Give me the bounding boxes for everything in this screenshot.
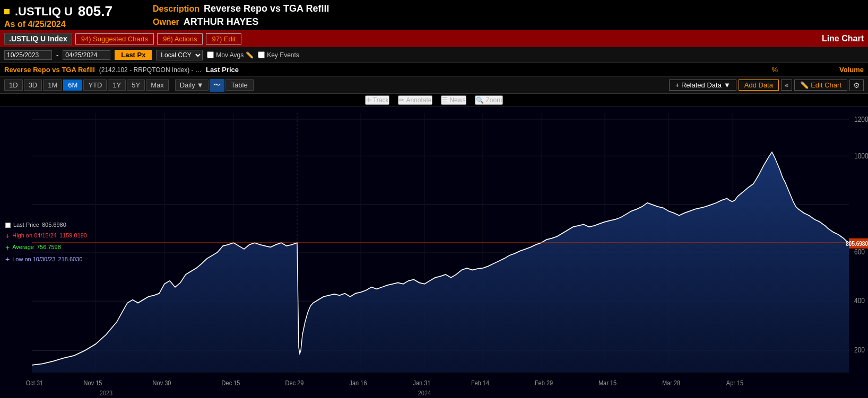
pencil-edit-icon: ✏️ <box>800 81 809 89</box>
legend-last-price-label: Last Price <box>13 220 39 230</box>
svg-text:Dec 29: Dec 29 <box>285 379 304 387</box>
svg-text:Jan 31: Jan 31 <box>413 379 431 387</box>
svg-text:Dec 15: Dec 15 <box>222 379 240 387</box>
ticker-indicator <box>4 9 10 14</box>
legend-low-value: 218.6030 <box>58 255 83 264</box>
suggested-charts-button[interactable]: 94) Suggested Charts <box>75 33 154 45</box>
svg-text:1000: 1000 <box>854 152 868 160</box>
zoom-button[interactable]: 🔍 Zoom <box>475 95 503 105</box>
edit-chart-label: Edit Chart <box>811 81 841 89</box>
chart-subtitle-pct: % <box>771 66 778 74</box>
chart-svg: 1200 1000 600 400 200 <box>0 107 868 398</box>
key-events-group: Key Events <box>258 51 299 59</box>
table-button[interactable]: Table <box>225 79 254 91</box>
collapse-button[interactable]: « <box>781 79 792 91</box>
nav-bar: .USTLIQ U Index 94) Suggested Charts 96)… <box>0 30 868 47</box>
chart-subtitle-detail: (2142.102 - RRPQTOON Index) - … <box>99 66 202 74</box>
legend-avg-value: 756.7598 <box>37 243 61 252</box>
track-label: Track <box>373 96 389 104</box>
zoom-label: Zoom <box>485 96 502 104</box>
svg-text:Nov 15: Nov 15 <box>84 379 102 387</box>
dropdown-icon: ▼ <box>197 81 204 89</box>
svg-text:Oct 31: Oct 31 <box>26 379 44 387</box>
legend-last-price-box <box>5 223 11 228</box>
svg-text:Mar 28: Mar 28 <box>662 379 680 387</box>
period-ytd-button[interactable]: YTD <box>83 79 107 91</box>
start-date-input[interactable] <box>4 50 52 60</box>
related-data-label: Related Data <box>681 81 722 89</box>
chart-legend: Last Price 805.6980 + High on 04/15/24 1… <box>5 220 87 266</box>
chart-subtitle-volume: Volume <box>839 66 864 74</box>
chart-area: Last Price 805.6980 + High on 04/15/24 1… <box>0 107 868 398</box>
settings-button[interactable]: ⚙ <box>849 79 864 91</box>
svg-text:Mar 15: Mar 15 <box>598 379 617 387</box>
end-date-input[interactable] <box>63 50 110 60</box>
period-3d-button[interactable]: 3D <box>24 79 42 91</box>
news-label: News <box>449 96 465 104</box>
owner-value: ARTHUR HAYES <box>184 16 258 28</box>
price-type-button[interactable]: Last Px <box>115 50 152 60</box>
key-events-label: Key Events <box>267 51 299 59</box>
news-icon: ☰ <box>442 96 448 104</box>
period-1y-button[interactable]: 1Y <box>108 79 126 91</box>
period-5y-button[interactable]: 5Y <box>127 79 145 91</box>
zoom-icon: 🔍 <box>476 96 484 104</box>
legend-avg-label: Average <box>12 243 34 252</box>
period-1m-button[interactable]: 1M <box>43 79 62 91</box>
svg-text:805.6980: 805.6980 <box>846 240 868 247</box>
svg-text:Feb 29: Feb 29 <box>535 379 553 387</box>
svg-text:2024: 2024 <box>418 389 431 397</box>
period-max-button[interactable]: Max <box>146 79 169 91</box>
frequency-button[interactable]: Daily ▼ <box>175 79 209 91</box>
legend-low-label: Low on 10/30/23 <box>12 255 55 264</box>
line-chart-type-button[interactable]: 〜 <box>210 79 224 92</box>
annotate-button[interactable]: ✏ Annotate <box>398 95 432 105</box>
period-bar: 1D 3D 1M 6M YTD 1Y 5Y Max Daily ▼ 〜 Tabl… <box>0 77 868 94</box>
as-of-date: As of 4/25/2024 <box>4 20 66 29</box>
annotation-bar: ✛ Track ✏ Annotate ☰ News 🔍 Zoom <box>0 94 868 107</box>
track-icon: ✛ <box>366 96 371 104</box>
edit-button[interactable]: 97) Edit <box>206 33 241 45</box>
mov-avgs-label: Mov Avgs <box>216 51 244 59</box>
svg-text:Feb 14: Feb 14 <box>471 379 489 387</box>
svg-text:2023: 2023 <box>100 389 113 397</box>
chart-type-label: Line Chart <box>822 34 864 43</box>
svg-text:200: 200 <box>854 346 865 354</box>
edit-chart-button[interactable]: ✏️ Edit Chart <box>794 79 847 91</box>
description-label: Description <box>153 4 199 14</box>
track-button[interactable]: ✛ Track <box>365 95 390 105</box>
add-data-button[interactable]: Add Data <box>739 79 779 91</box>
annotate-icon: ✏ <box>399 96 404 104</box>
related-data-dropdown-icon: ▼ <box>724 81 731 89</box>
nav-ticker-label[interactable]: .USTLIQ U Index <box>4 33 72 45</box>
legend-last-price-value: 805.6980 <box>42 220 66 230</box>
svg-text:600: 600 <box>854 247 865 256</box>
legend-low-icon: + <box>5 253 10 265</box>
period-1d-button[interactable]: 1D <box>4 79 23 91</box>
svg-text:Apr 15: Apr 15 <box>726 379 744 387</box>
plus-icon: + <box>675 81 679 89</box>
owner-label: Owner <box>153 17 179 27</box>
mov-avgs-checkbox[interactable] <box>207 51 214 58</box>
description-value: Reverse Repo vs TGA Refill <box>204 3 329 14</box>
pencil-icon: ✏️ <box>246 51 254 59</box>
related-data-button[interactable]: + Related Data ▼ <box>669 79 736 91</box>
legend-high-label: High on 04/15/24 <box>12 231 57 241</box>
mov-avgs-group: Mov Avgs ✏️ <box>207 51 254 59</box>
date-separator: - <box>56 51 58 59</box>
ticker-symbol: .USTLIQ U <box>15 5 73 19</box>
legend-high-icon: + <box>5 230 10 242</box>
period-6m-button[interactable]: 6M <box>63 79 82 91</box>
frequency-label: Daily <box>180 81 195 89</box>
currency-select[interactable]: Local CCY <box>156 50 203 60</box>
svg-text:1200: 1200 <box>854 115 868 123</box>
chart-subtitle-last-price: Last Price <box>206 66 239 74</box>
key-events-checkbox[interactable] <box>258 51 265 58</box>
actions-button[interactable]: 96) Actions <box>157 33 203 45</box>
news-button[interactable]: ☰ News <box>441 95 466 105</box>
chart-subtitle-ticker: Reverse Repo vs TGA Refill <box>4 66 95 74</box>
svg-text:Nov 30: Nov 30 <box>153 379 171 387</box>
ticker-value: 805.7 <box>78 3 112 20</box>
svg-text:Jan 16: Jan 16 <box>350 379 367 387</box>
legend-avg-icon: + <box>5 242 10 253</box>
